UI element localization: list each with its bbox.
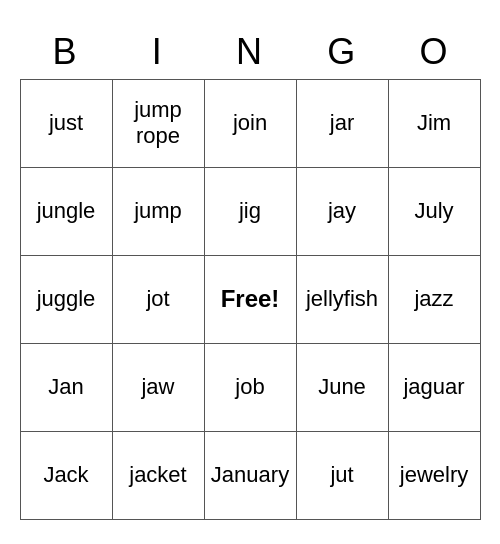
bingo-cell: juggle bbox=[20, 255, 112, 343]
bingo-card-container: BINGO justjump ropejoinjarJimjunglejumpj… bbox=[20, 25, 481, 520]
table-row: JackjacketJanuaryjutjewelry bbox=[20, 431, 480, 519]
bingo-cell: jig bbox=[204, 167, 296, 255]
bingo-cell: Jack bbox=[20, 431, 112, 519]
bingo-cell: just bbox=[20, 79, 112, 167]
bingo-cell: jazz bbox=[388, 255, 480, 343]
bingo-cell: jaw bbox=[112, 343, 204, 431]
bingo-cell: July bbox=[388, 167, 480, 255]
header-letter: N bbox=[204, 25, 296, 79]
bingo-cell: jar bbox=[296, 79, 388, 167]
header-letter: G bbox=[296, 25, 388, 79]
bingo-cell: jump rope bbox=[112, 79, 204, 167]
bingo-header: BINGO bbox=[20, 25, 481, 79]
table-row: junglejumpjigjayJuly bbox=[20, 167, 480, 255]
bingo-cell: join bbox=[204, 79, 296, 167]
bingo-cell: jot bbox=[112, 255, 204, 343]
bingo-cell: jellyfish bbox=[296, 255, 388, 343]
table-row: jugglejotFree!jellyfishjazz bbox=[20, 255, 480, 343]
bingo-cell: jut bbox=[296, 431, 388, 519]
bingo-cell: Jim bbox=[388, 79, 480, 167]
bingo-cell: jaguar bbox=[388, 343, 480, 431]
bingo-cell: jewelry bbox=[388, 431, 480, 519]
bingo-cell: Free! bbox=[204, 255, 296, 343]
bingo-cell: June bbox=[296, 343, 388, 431]
bingo-cell: jacket bbox=[112, 431, 204, 519]
header-letter: O bbox=[388, 25, 480, 79]
bingo-cell: jay bbox=[296, 167, 388, 255]
bingo-grid: justjump ropejoinjarJimjunglejumpjigjayJ… bbox=[20, 79, 481, 520]
bingo-cell: jungle bbox=[20, 167, 112, 255]
header-letter: B bbox=[20, 25, 112, 79]
header-letter: I bbox=[112, 25, 204, 79]
bingo-cell: job bbox=[204, 343, 296, 431]
table-row: JanjawjobJunejaguar bbox=[20, 343, 480, 431]
table-row: justjump ropejoinjarJim bbox=[20, 79, 480, 167]
bingo-cell: Jan bbox=[20, 343, 112, 431]
bingo-cell: jump bbox=[112, 167, 204, 255]
bingo-cell: January bbox=[204, 431, 296, 519]
